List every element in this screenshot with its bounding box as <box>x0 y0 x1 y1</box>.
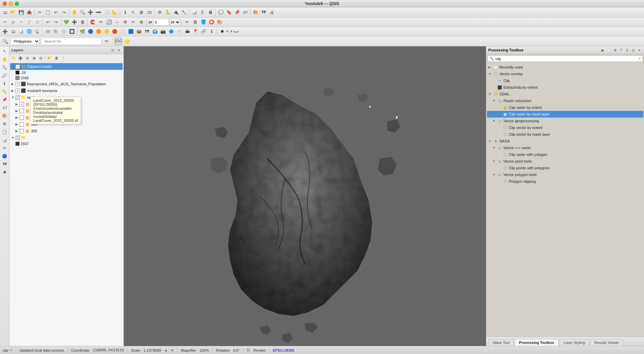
layer-lc-355b[interactable]: ▶ ▦ 355 <box>10 128 123 134</box>
circle-icon[interactable]: ⭕ <box>208 18 215 26</box>
fill-icon[interactable]: 🪣 <box>200 18 207 26</box>
size-input[interactable] <box>154 19 169 26</box>
processing-history-icon[interactable]: 🕐 <box>606 47 612 53</box>
processing-info-icon[interactable]: ℹ <box>624 47 630 53</box>
layer-props-icon[interactable]: 📋 <box>1 128 8 136</box>
print-icon[interactable]: 🖨 <box>268 9 275 16</box>
render-checkbox[interactable]: ☑ <box>247 348 250 352</box>
pan-tool-icon[interactable]: 🤚 <box>1 56 8 63</box>
annotation-icon[interactable]: 📌 <box>233 9 241 16</box>
zoom-out-tool-icon[interactable]: 🔎 <box>1 72 8 79</box>
layer-1566[interactable]: 1566 <box>10 75 123 81</box>
plugin12-icon[interactable]: ⚡ <box>176 28 183 35</box>
zoom-extent-icon[interactable]: ⬜ <box>103 9 110 16</box>
layer-lc2016-1[interactable]: ▶ ▦ LandCover_2016_28355 LandCover_2015_… <box>10 107 123 114</box>
plugin11-icon[interactable]: 🔷 <box>167 28 175 35</box>
undo2-icon[interactable]: ↩ <box>44 18 51 26</box>
collapse-all-icon[interactable]: ⊟ <box>38 55 44 61</box>
measure-tool-icon[interactable]: 📏 <box>1 88 8 95</box>
edit-icon[interactable]: ✏ <box>103 38 110 45</box>
plugin13-icon[interactable]: 🏔 <box>184 28 191 35</box>
location-select[interactable]: Philippines <box>10 38 40 45</box>
new-file-icon[interactable]: 🗂 <box>1 9 9 16</box>
processing-search-box[interactable]: 🔍 ✕ <box>488 55 643 62</box>
tree-clip-raster-polygon[interactable]: ⬡ Clip raster with polygon <box>487 151 643 158</box>
plugin1-icon[interactable]: 🔵 <box>87 28 94 35</box>
qgis-logo-icon[interactable]: 🌟 <box>123 38 131 45</box>
search-clear-icon[interactable]: ✕ <box>638 57 641 60</box>
open-layer-icon[interactable]: 📂 <box>47 55 53 61</box>
tree-extract-clip[interactable]: ⬛ Extract/clip by extent <box>487 84 643 91</box>
expand-lc2015-2-icon[interactable]: ▶ <box>15 116 19 119</box>
layer-options-icon[interactable]: ⋮ <box>60 55 66 61</box>
tree-clip-raster-mask[interactable]: ▦ Clip raster by mask layer <box>487 111 643 118</box>
tree-vector-overlay[interactable]: ▼ ⬡ Vector overlay <box>487 71 643 77</box>
digitize-icon[interactable]: ✏ <box>97 18 105 26</box>
identify-icon[interactable]: ℹ <box>121 9 129 16</box>
raster-calc-icon[interactable]: 📊 <box>1 136 8 144</box>
poly-tool-icon[interactable]: ⬡ <box>34 18 41 26</box>
split-icon[interactable]: ✂ <box>129 18 137 26</box>
tab-layer-styling[interactable]: Layer Styling <box>559 339 590 346</box>
map-canvas[interactable]: ▸ <box>124 46 486 346</box>
status-clear-icon[interactable]: ✕ <box>10 348 12 352</box>
3d-icon[interactable]: 🗺 <box>260 9 267 16</box>
postgres-icon[interactable]: 🐘 <box>52 28 60 35</box>
remove-layer-icon[interactable]: 🗑 <box>53 55 60 61</box>
add-layer-btn-icon[interactable]: ➕ <box>17 55 24 61</box>
layer-type-icon[interactable]: 🗂 <box>9 28 17 35</box>
lc2016-1-checkbox[interactable] <box>20 109 24 113</box>
line-tool-icon[interactable]: ╱ <box>26 18 33 26</box>
processing-float-icon[interactable]: ⊡ <box>631 47 636 53</box>
wms-icon[interactable]: 🌐 <box>26 28 33 35</box>
copy-icon[interactable]: 📋 <box>44 9 51 16</box>
processing-run-icon[interactable]: ▶ <box>600 47 606 53</box>
zoom-in-tool-icon[interactable]: 🔍 <box>1 64 8 71</box>
landcover-checkbox[interactable] <box>15 95 20 100</box>
plugin8-icon[interactable]: 🗺 <box>143 28 151 35</box>
point-tool-icon[interactable]: • <box>17 18 25 26</box>
deselect-icon[interactable]: ⊠ <box>138 9 145 16</box>
layers-panel-close-icon[interactable]: ✕ <box>116 47 121 53</box>
expand-module9-icon[interactable]: ▶ <box>11 89 15 92</box>
cross-icon[interactable]: ✚ <box>1 169 8 176</box>
edit-pencil-icon[interactable]: ✏ <box>1 18 9 26</box>
rotate-icon[interactable]: 🔄 <box>105 18 113 26</box>
layer-module9tas[interactable]: ▶ ⬛ module9 tasmania <box>10 87 123 94</box>
expand-lc2016-icon[interactable]: ▶ <box>15 109 19 113</box>
plugin6-icon[interactable]: 🟦 <box>127 28 135 35</box>
snap-icon[interactable]: 🧲 <box>89 18 97 26</box>
expand-lc355b-icon[interactable]: ▶ <box>15 129 19 133</box>
plugin-icon[interactable]: 🔌 <box>172 9 180 16</box>
processing-icon[interactable]: ⚙ <box>156 9 163 16</box>
tree-gdal[interactable]: ▼ G GDAL <box>487 91 643 97</box>
select-tool-icon[interactable]: ↖ <box>1 48 8 55</box>
add-feat-icon[interactable]: ➕ <box>71 18 78 26</box>
tree-vector-polygon-tools[interactable]: ▼ 🗂 Vector polygon tools <box>487 171 643 178</box>
expand-lc355a-icon[interactable]: ▶ <box>15 123 19 126</box>
plugin16-icon[interactable]: ℹ <box>208 28 215 35</box>
tab-processing-toolbox[interactable]: Processing Toolbox <box>515 339 558 346</box>
georef-icon[interactable]: 🗺 <box>1 161 8 168</box>
expand-clipped-icon[interactable]: ▼ <box>11 65 15 68</box>
vector-edit-icon[interactable]: ✏ <box>1 144 8 152</box>
processing-search-input[interactable] <box>495 57 638 61</box>
tree-vector-point-tools[interactable]: ▼ 🗂 Vector point tools <box>487 158 643 165</box>
virtual-layer-icon[interactable]: 🔲 <box>68 28 76 35</box>
pan-icon[interactable]: 🤚 <box>71 9 78 16</box>
draw-icon[interactable]: ✏ <box>184 18 191 26</box>
spatial-ref-icon[interactable]: 🔵 <box>1 152 8 160</box>
zoom-icon[interactable]: 🔍 <box>79 9 86 16</box>
layer-group2[interactable]: ▼ 📁 <box>10 134 123 141</box>
tree-clip[interactable]: ✂ Clip <box>487 77 643 84</box>
merge-icon[interactable]: ⊕ <box>138 18 145 26</box>
tree-clip-raster-extent[interactable]: ▦ Clip raster by extent <box>487 104 643 111</box>
cut-icon[interactable]: ✂ <box>36 9 43 16</box>
redo2-icon[interactable]: ↪ <box>52 18 60 26</box>
layer-reprojected[interactable]: ▶ ⬛ Reprojected_HRSL_AUS_Tasmania_Popula… <box>10 81 123 87</box>
add-layer-icon[interactable]: ➕ <box>1 28 9 35</box>
identify-tool-icon[interactable]: ℹ <box>1 80 8 87</box>
offset-icon[interactable]: ↔ <box>113 18 121 26</box>
expand-group2-icon[interactable]: ▼ <box>11 136 15 139</box>
expand-all-icon[interactable]: ⊞ <box>31 55 37 61</box>
